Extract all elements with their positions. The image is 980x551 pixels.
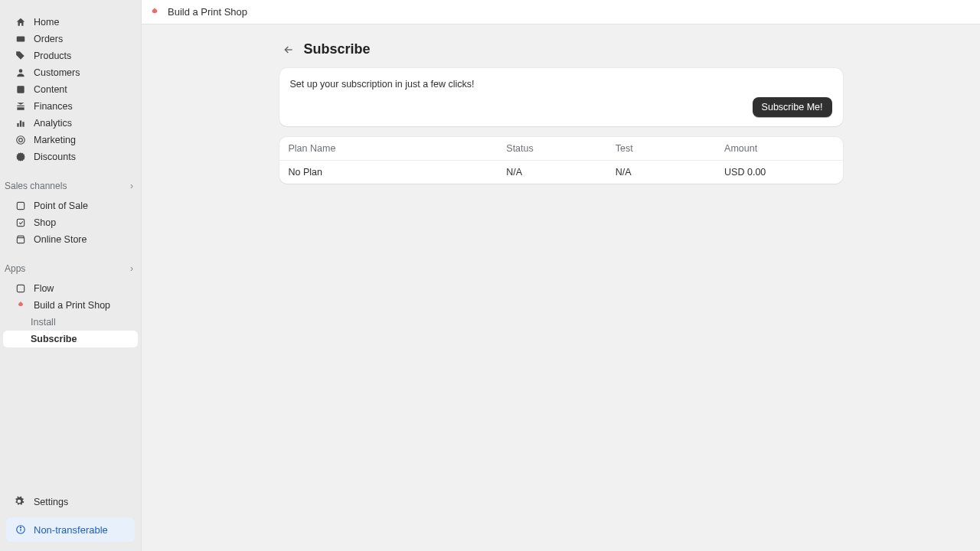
- sales-channels-label: Sales channels: [5, 181, 67, 191]
- chevron-right-icon: ›: [130, 181, 133, 191]
- table-header-row: Plan Name Status Test Amount: [279, 137, 843, 161]
- nav-label: Shop: [34, 217, 56, 228]
- nav-label: Finances: [34, 101, 73, 112]
- svg-point-7: [19, 139, 23, 142]
- nav-channels: Point of Sale Shop Online Store: [0, 194, 141, 251]
- nav-label: Point of Sale: [34, 201, 88, 211]
- apps-label: Apps: [5, 263, 25, 274]
- nav-label: Home: [34, 17, 59, 28]
- page-header: Subscribe: [279, 41, 843, 57]
- home-icon: [14, 17, 28, 28]
- svg-rect-2: [17, 86, 24, 93]
- products-icon: [14, 51, 28, 61]
- orders-icon: [14, 34, 28, 44]
- nav-settings[interactable]: Settings: [3, 491, 138, 513]
- svg-rect-3: [17, 123, 18, 127]
- app-bar: Build a Print Shop: [142, 0, 980, 24]
- nav-label: Build a Print Shop: [34, 300, 110, 311]
- page: Subscribe Set up your subscription in ju…: [142, 24, 980, 551]
- main-area: Build a Print Shop Subscribe Set up your…: [142, 0, 980, 551]
- info-icon: [14, 524, 28, 535]
- nontransferable-label: Non-transferable: [34, 524, 108, 536]
- nav-products[interactable]: Products: [3, 47, 138, 64]
- plans-table: Plan Name Status Test Amount No Plan N/A…: [279, 137, 843, 184]
- settings-label: Settings: [34, 497, 68, 507]
- customers-icon: [14, 67, 28, 78]
- col-plan-name: Plan Name: [289, 143, 507, 154]
- cell-amount: USD 0.00: [724, 167, 833, 178]
- subscribe-button[interactable]: Subscribe Me!: [753, 97, 832, 117]
- page-inner: Subscribe Set up your subscription in ju…: [279, 41, 843, 551]
- nav-orders[interactable]: Orders: [3, 31, 138, 47]
- gear-icon: [14, 496, 28, 509]
- cell-test: N/A: [616, 167, 724, 178]
- app-sub-subscribe[interactable]: Subscribe: [3, 331, 138, 347]
- back-arrow-icon: [283, 44, 295, 56]
- svg-point-14: [20, 527, 21, 528]
- marketing-icon: [14, 135, 28, 145]
- subscribe-card: Set up your subscription in just a few c…: [279, 68, 843, 126]
- nontransferable-banner[interactable]: Non-transferable: [6, 517, 135, 542]
- sidebar-spacer: [0, 350, 141, 491]
- cell-plan-name: No Plan: [289, 167, 507, 178]
- nav-home[interactable]: Home: [3, 14, 138, 31]
- back-button[interactable]: [281, 42, 296, 57]
- svg-rect-11: [17, 285, 24, 292]
- app-bar-title: Build a Print Shop: [168, 6, 247, 18]
- nav-label: Analytics: [34, 118, 72, 129]
- card-actions: Subscribe Me!: [290, 97, 832, 117]
- nav-label: Online Store: [34, 234, 87, 245]
- nav-main: Home Orders Products Customers Content F…: [0, 11, 141, 168]
- nav-label: Customers: [34, 67, 80, 78]
- col-amount: Amount: [724, 143, 833, 154]
- app-sub-install[interactable]: Install: [3, 314, 138, 331]
- nav-label: Products: [34, 51, 71, 61]
- chevron-right-icon: ›: [130, 263, 133, 274]
- print-shop-icon: [14, 300, 28, 311]
- store-icon: [14, 234, 28, 245]
- col-test: Test: [616, 143, 724, 154]
- app-bar-icon: [148, 5, 162, 19]
- analytics-icon: [14, 118, 28, 129]
- nav-customers[interactable]: Customers: [3, 64, 138, 81]
- svg-rect-4: [20, 121, 21, 127]
- sales-channels-header[interactable]: Sales channels ›: [0, 176, 141, 194]
- page-title: Subscribe: [304, 41, 371, 57]
- app-flow[interactable]: Flow: [3, 280, 138, 297]
- shop-icon: [14, 217, 28, 228]
- svg-point-1: [19, 69, 23, 73]
- svg-point-6: [17, 136, 25, 145]
- app-print-shop[interactable]: Build a Print Shop: [3, 297, 138, 314]
- cell-status: N/A: [506, 167, 615, 178]
- nav-analytics[interactable]: Analytics: [3, 115, 138, 132]
- nav-finances[interactable]: Finances: [3, 98, 138, 115]
- finances-icon: [14, 101, 28, 112]
- nav-label: Content: [34, 84, 67, 95]
- nav-discounts[interactable]: Discounts: [3, 148, 138, 165]
- svg-rect-9: [17, 219, 24, 226]
- apps-header[interactable]: Apps ›: [0, 259, 141, 277]
- sub-item-label: Install: [31, 317, 56, 328]
- table-row: No Plan N/A N/A USD 0.00: [279, 161, 843, 184]
- col-status: Status: [506, 143, 615, 154]
- nav-content[interactable]: Content: [3, 81, 138, 98]
- nav-label: Marketing: [34, 135, 76, 145]
- nav-label: Flow: [34, 283, 54, 294]
- flow-icon: [14, 283, 28, 294]
- nav-apps: Flow Build a Print Shop Install Subscrib…: [0, 277, 141, 350]
- pos-icon: [14, 201, 28, 211]
- nav-marketing[interactable]: Marketing: [3, 132, 138, 148]
- channel-shop[interactable]: Shop: [3, 214, 138, 231]
- subscribe-intro-text: Set up your subscription in just a few c…: [290, 79, 832, 90]
- channel-online-store[interactable]: Online Store: [3, 231, 138, 248]
- sub-item-label: Subscribe: [31, 334, 77, 344]
- svg-rect-5: [22, 122, 24, 126]
- discounts-icon: [14, 152, 28, 162]
- nav-label: Orders: [34, 34, 63, 44]
- svg-rect-8: [17, 202, 24, 209]
- content-icon: [14, 84, 28, 95]
- nav-label: Discounts: [34, 152, 76, 162]
- channel-pos[interactable]: Point of Sale: [3, 197, 138, 214]
- sidebar: Home Orders Products Customers Content F…: [0, 0, 142, 551]
- svg-rect-0: [17, 37, 25, 42]
